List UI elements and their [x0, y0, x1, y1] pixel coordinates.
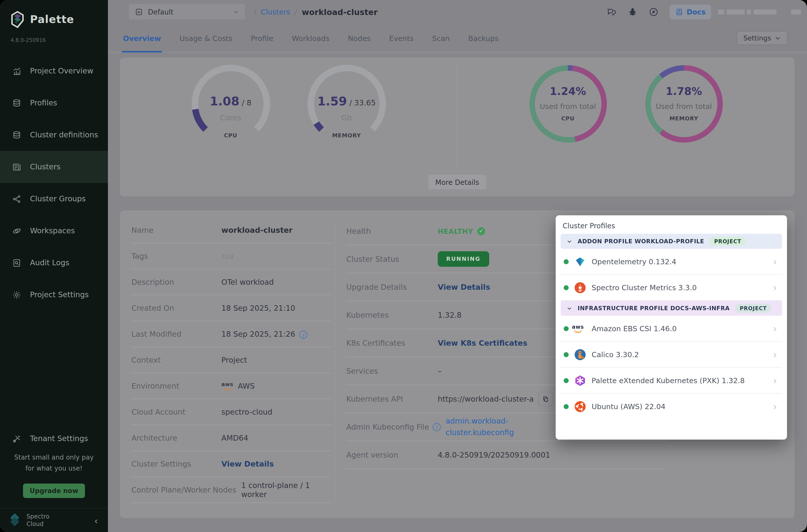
- tab-workloads[interactable]: Workloads: [291, 35, 331, 53]
- bug-report-icon[interactable]: [627, 7, 638, 17]
- workspaces-orbit-icon: [12, 226, 21, 235]
- info-icon[interactable]: i: [299, 331, 307, 339]
- profile-pack-amazon-ebs-csi-1-46-0[interactable]: awsAmazon EBS CSI 1.46.0›: [561, 316, 782, 342]
- detail-value: 18 Sep 2025, 21:10: [221, 303, 295, 312]
- detail-row-context: ContextProject: [131, 347, 331, 373]
- sidebar-nav: Project OverviewProfilesCluster definiti…: [0, 55, 108, 311]
- profile-pack-opentelemetry-0-132-4[interactable]: Opentelemetry 0.132.4›: [561, 249, 782, 275]
- upgrade-promo-text: Start small and only pay for what you us…: [0, 452, 108, 474]
- detail-row-description: DescriptionOTel workload: [131, 269, 331, 295]
- view-details-link[interactable]: View Details: [221, 459, 274, 468]
- profile-pack-spectro-cluster-metrics-3-3-0[interactable]: Spectro Cluster Metrics 3.3.0›: [561, 275, 782, 301]
- pack-status-dot: [564, 285, 569, 290]
- copy-button[interactable]: [538, 392, 553, 406]
- detail-row-cloud-account: Cloud Accountspectro-cloud: [131, 399, 331, 425]
- memory-total-donut: 1.78% Used from total MEMORY: [641, 61, 726, 146]
- profile-pack-calico-3-30-2[interactable]: Calico 3.30.2›: [561, 342, 782, 368]
- calico-icon: [574, 348, 586, 360]
- info-icon[interactable]: i: [432, 423, 440, 431]
- health-status: HEALTHY✓: [438, 227, 485, 235]
- profile-section-title: INFRASTRUCTURE PROFILE DOCS-AWS-INFRA: [578, 305, 730, 312]
- cpu-usage-gauge: 1.08 / 8 Cores CPU: [188, 61, 273, 146]
- topbar-actions: Docs: [607, 0, 807, 24]
- card-divider: [457, 64, 458, 167]
- tab-backups[interactable]: Backups: [467, 35, 500, 53]
- detail-value: OTel workload: [221, 278, 274, 286]
- project-selector-value: Default: [148, 8, 173, 16]
- detail-label: Services: [346, 366, 438, 375]
- tenant-settings-tools-icon: [12, 434, 21, 443]
- detail-label: Control Plane/Worker Nodes: [131, 485, 241, 494]
- detail-label: Architecture: [131, 433, 221, 442]
- sidebar-item-cluster-groups[interactable]: Cluster Groups: [0, 183, 108, 215]
- aws-logo: aws: [572, 324, 584, 333]
- sidebar-item-cluster-definitions[interactable]: Cluster definitions: [0, 119, 108, 151]
- breadcrumb-clusters-link[interactable]: Clusters: [261, 8, 290, 16]
- docs-button[interactable]: Docs: [670, 4, 711, 19]
- scope-badge: PROJECT: [735, 304, 771, 313]
- tab-events[interactable]: Events: [388, 35, 414, 53]
- chevron-right-icon: ›: [773, 282, 777, 293]
- detail-label: K8s Certificates: [346, 338, 438, 347]
- sidebar-item-profiles[interactable]: Profiles: [0, 87, 108, 119]
- kubeconfig-file-link[interactable]: admin.workload-cluster.kubeconfig: [446, 416, 514, 438]
- profile-section-header-infrastructure-profile-docs-aws-infra[interactable]: INFRASTRUCTURE PROFILE DOCS-AWS-INFRAPRO…: [561, 301, 782, 316]
- tab-profile[interactable]: Profile: [250, 35, 274, 53]
- detail-row-architecture: ArchitectureAMD64: [131, 425, 331, 451]
- sidebar-item-label: Profiles: [30, 98, 57, 108]
- sidebar-item-project-settings[interactable]: Project Settings: [0, 279, 108, 311]
- sidebar-tenant: Tenant Settings: [0, 423, 108, 455]
- sidebar-collapse-icon[interactable]: ‹: [94, 515, 98, 526]
- chevron-right-icon: ›: [773, 400, 777, 412]
- overview-stats-card: 1.08 / 8 Cores CPU 1.59 / 33.65 Gb MEMOR…: [120, 57, 794, 196]
- detail-value: Project: [221, 356, 247, 364]
- detail-value: 4.8.0-250919/20250919.0001: [438, 450, 550, 459]
- app-version: 4.8.0-250916: [11, 37, 46, 43]
- detail-label: Agent version: [346, 450, 438, 459]
- project-settings-gear-icon: [12, 290, 21, 300]
- pack-label: Calico 3.30.2: [592, 350, 768, 358]
- clusters-list-icon: [12, 162, 21, 172]
- chevron-down-icon: [233, 9, 239, 15]
- sidebar-item-tenant-settings[interactable]: Tenant Settings: [0, 423, 108, 455]
- sidebar-item-label: Workspaces: [30, 226, 75, 235]
- tab-nodes[interactable]: Nodes: [347, 35, 372, 53]
- settings-button[interactable]: Settings: [736, 31, 788, 45]
- profile-pack-ubuntu-aws-22-04[interactable]: Ubuntu (AWS) 22.04›: [561, 394, 782, 419]
- help-compass-icon[interactable]: [649, 7, 659, 17]
- detail-value: –: [438, 366, 442, 375]
- profile-pack-palette-extended-kubernetes-pxk-1-32-8[interactable]: Palette eXtended Kubernetes (PXK) 1.32.8…: [561, 368, 782, 394]
- upgrade-now-button[interactable]: Upgrade now: [23, 483, 85, 498]
- view-details-link[interactable]: View Details: [438, 283, 490, 291]
- brand: Palette: [10, 11, 74, 28]
- sidebar-item-project-overview[interactable]: Project Overview: [0, 55, 108, 87]
- sidebar-item-clusters[interactable]: Clusters: [0, 151, 108, 183]
- detail-label: Last Modified: [131, 329, 221, 338]
- view-k8s-certificates-link[interactable]: View K8s Certificates: [438, 338, 527, 347]
- sidebar-item-audit-logs[interactable]: Audit Logs: [0, 247, 108, 279]
- profile-section-header-addon-profile-workload-profile[interactable]: ADDON PROFILE WORKLOAD-PROFILEPROJECT: [561, 234, 782, 249]
- redacted-user-info: [718, 10, 801, 15]
- detail-label: Context: [131, 356, 221, 364]
- scope-badge: PROJECT: [710, 237, 746, 246]
- ubuntu-icon: [574, 400, 586, 412]
- project-selector[interactable]: Default: [129, 4, 245, 19]
- chevron-right-icon: ›: [773, 374, 777, 386]
- sidebar-item-workspaces[interactable]: Workspaces: [0, 215, 108, 247]
- detail-label: Admin Kubeconfig Filei: [346, 422, 446, 431]
- detail-label: Kubernetes: [346, 310, 438, 320]
- pack-status-dot: [564, 259, 569, 264]
- tab-usage-costs[interactable]: Usage & Costs: [179, 35, 233, 53]
- detail-label: Health: [346, 227, 438, 235]
- sidebar-item-label: Audit Logs: [30, 258, 69, 267]
- detail-value: 1 control-plane / 1 worker: [241, 481, 331, 499]
- cluster-status-badge[interactable]: RUNNING: [438, 251, 489, 267]
- tab-scan[interactable]: Scan: [431, 35, 451, 53]
- feedback-chat-icon[interactable]: [607, 7, 617, 17]
- detail-value: workload-cluster: [221, 226, 293, 234]
- tab-overview[interactable]: Overview: [122, 35, 162, 53]
- detail-value: 18 Sep 2025, 21:26: [221, 329, 295, 338]
- more-details-button[interactable]: More Details: [428, 175, 486, 189]
- aws-logo: aws: [221, 382, 233, 391]
- detail-label: Tags: [131, 251, 221, 261]
